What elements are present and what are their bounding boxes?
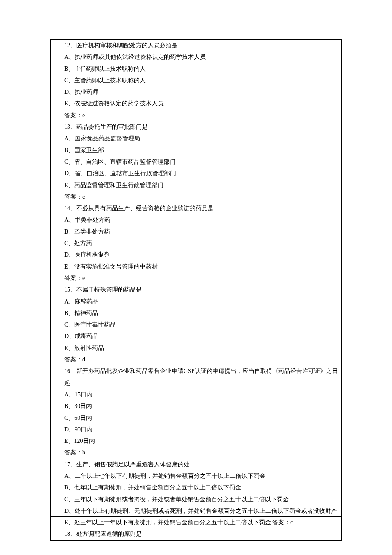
q14-answer: 答案：e <box>51 272 341 284</box>
q14-option-e: E、没有实施批准文号管理的中药材 <box>51 261 341 272</box>
q16-option-e: E、120日内 <box>51 435 341 447</box>
q12-option-b: B、主任药师以上技术职称的人 <box>51 63 341 75</box>
q15-option-d: D、戒毒药品 <box>51 330 341 342</box>
q12-stem: 12、医疗机构审核和调配处方的人员必须是 <box>51 40 341 51</box>
content-box: 12、医疗机构审核和调配处方的人员必须是 A、执业药师或其他依法经过资格认定的药… <box>50 39 342 541</box>
q15-answer: 答案：d <box>51 354 341 365</box>
q15-option-c: C、医疗性毒性药品 <box>51 319 341 330</box>
q18-stem: 18、处方调配应遵循的原则是 <box>51 528 341 540</box>
q12-option-a: A、执业药师或其他依法经过资格认定的药学技术人员 <box>51 51 341 63</box>
q12-option-d: D、执业药师 <box>51 86 341 98</box>
q17-option-d: D、处十年以上有期徒刑、无期徒刑或者死刑，并处销售金额百分之五十以上二倍以下罚金… <box>51 505 341 517</box>
q13-option-c: C、省、自治区、直辖市药品监督管理部门 <box>51 156 341 168</box>
q13-option-b: B、国家卫生部 <box>51 145 341 156</box>
q13-answer: 答案：c <box>51 191 341 202</box>
q13-option-e: E、药品监督管理和卫生行政管理部门 <box>51 179 341 191</box>
q17-stem: 17、生产、销售假药足以严重危害人体健康的处 <box>51 459 341 470</box>
q17-option-e-answer: E、处三年以上十年以下有期徒刑，并处销售金额百分之五十以上二倍以下罚金 答案：c <box>51 517 341 528</box>
q13-option-d: D、省、自治区、直辖市卫生行政管理部门 <box>51 168 341 179</box>
q17-option-a: A、二年以上七年以下有期徒刑，并处销售金额百分之五十以上二倍以下罚金 <box>51 470 341 482</box>
q14-option-b: B、乙类非处方药 <box>51 226 341 237</box>
q17-option-b: B、七年以上有期徒刑，并处销售金额百分之五十以上二倍以下罚金 <box>51 482 341 493</box>
q12-answer: 答案：e <box>51 110 341 121</box>
q15-option-e: E、放射性药品 <box>51 342 341 354</box>
q14-stem: 14、不必从具有药品生产、经营资格的企业购进的药品是 <box>51 202 341 214</box>
q13-stem: 13、药品委托生产的审批部门是 <box>51 121 341 133</box>
page: 12、医疗机构审核和调配处方的人员必须是 A、执业药师或其他依法经过资格认定的药… <box>0 0 392 555</box>
q13-option-a: A、国家食品药品监督管理局 <box>51 133 341 144</box>
q17-option-c: C、三年以下有期徒刑或者拘役，并处或者单处销售金额百分之五十以上二倍以下罚金 <box>51 494 341 505</box>
q16-answer: 答案：b <box>51 447 341 458</box>
q14-option-d: D、医疗机构制剂 <box>51 249 341 260</box>
q16-option-d: D、90日内 <box>51 424 341 435</box>
q15-option-a: A、麻醉药品 <box>51 296 341 307</box>
q16-option-a: A、15日内 <box>51 389 341 400</box>
q15-stem: 15、不属于特殊管理的药品是 <box>51 284 341 295</box>
q16-option-b: B、30日内 <box>51 400 341 412</box>
q12-option-e: E、依法经过资格认定的药学技术人员 <box>51 98 341 109</box>
q16-stem: 16、新开办药品批发企业和药品零售企业申请GSP认证的申请提出，应当自取得《药品… <box>51 365 341 389</box>
q15-option-b: B、精神药品 <box>51 307 341 319</box>
q16-option-c: C、60日内 <box>51 412 341 424</box>
q14-option-a: A、甲类非处方药 <box>51 214 341 225</box>
q14-option-c: C、处方药 <box>51 237 341 249</box>
q12-option-c: C、主管药师以上技术职称的人 <box>51 75 341 86</box>
